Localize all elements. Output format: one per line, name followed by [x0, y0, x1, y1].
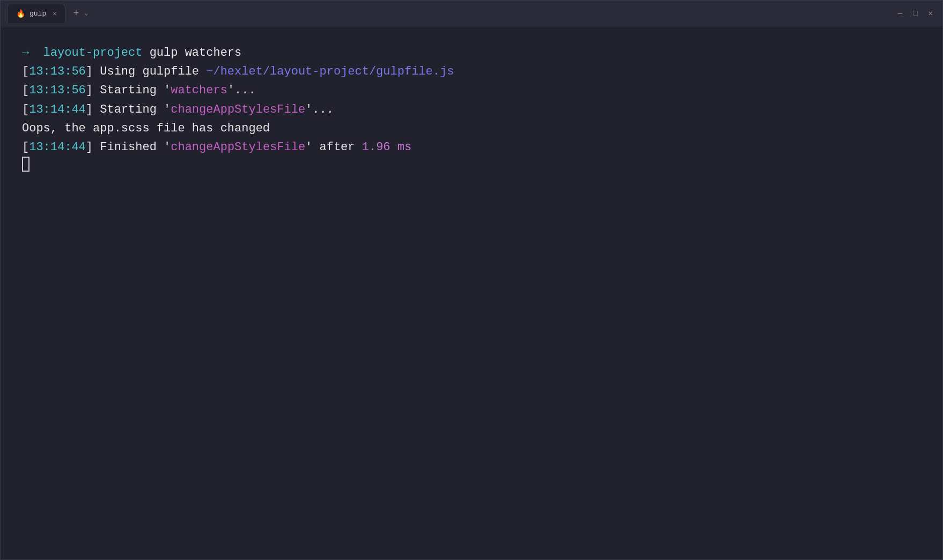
oops-text: Oops, the app.scss file has changed — [22, 119, 270, 138]
tab-dropdown-button[interactable]: ⌄ — [82, 9, 90, 17]
log-text-2: ] Starting ' — [86, 81, 171, 100]
bracket-open-2: [ — [22, 81, 29, 100]
timestamp-3: 13:14:44 — [29, 100, 86, 119]
timestamp-5: 13:14:44 — [29, 138, 86, 157]
task-name-change: changeAppStylesFile — [171, 100, 305, 119]
terminal-line-cmd: → layout-project gulp watchers — [22, 43, 921, 62]
terminal-line-2: [ 13:13:56 ] Starting ' watchers '... — [22, 81, 921, 100]
terminal-line-1: [ 13:13:56 ] Using gulpfile ~/hexlet/lay… — [22, 62, 921, 81]
gulp-command: gulp watchers — [150, 43, 242, 62]
log-text-3: ] Starting ' — [86, 100, 171, 119]
terminal-window: 🔥 gulp ✕ + ⌄ — □ ✕ → layout-project gulp… — [0, 0, 943, 560]
log-text-5b: ' after — [305, 138, 362, 157]
log-text-5: ] Finished ' — [86, 138, 171, 157]
terminal-line-cursor — [22, 157, 921, 172]
titlebar: 🔥 gulp ✕ + ⌄ — □ ✕ — [1, 1, 942, 26]
new-tab-button[interactable]: + — [70, 8, 82, 19]
bracket-open-1: [ — [22, 62, 29, 81]
terminal-line-4: Oops, the app.scss file has changed — [22, 119, 921, 138]
duration-value: 1.96 ms — [362, 138, 411, 157]
log-text-1: ] Using gulpfile — [86, 62, 206, 81]
gulp-tab-icon: 🔥 — [16, 9, 25, 18]
tab-close-button[interactable]: ✕ — [53, 10, 56, 18]
task-name-watchers: watchers — [171, 81, 227, 100]
project-name: layout-project — [29, 43, 149, 62]
task-name-finished: changeAppStylesFile — [171, 138, 305, 157]
prompt-arrow: → — [22, 43, 29, 62]
bracket-open-5: [ — [22, 138, 29, 157]
log-text-3b: '... — [305, 100, 334, 119]
timestamp-2: 13:13:56 — [29, 81, 86, 100]
timestamp-1: 13:13:56 — [29, 62, 86, 81]
gulp-tab[interactable]: 🔥 gulp ✕ — [7, 4, 65, 23]
bracket-open-3: [ — [22, 100, 29, 119]
terminal-body[interactable]: → layout-project gulp watchers [ 13:13:5… — [1, 26, 942, 559]
terminal-cursor — [22, 157, 30, 172]
window-controls: — □ ✕ — [895, 9, 936, 18]
log-text-2b: '... — [227, 81, 256, 100]
terminal-line-5: [ 13:14:44 ] Finished ' changeAppStylesF… — [22, 138, 921, 157]
tab-area: 🔥 gulp ✕ + ⌄ — [7, 4, 895, 23]
maximize-button[interactable]: □ — [910, 9, 920, 18]
terminal-line-3: [ 13:14:44 ] Starting ' changeAppStylesF… — [22, 100, 921, 119]
minimize-button[interactable]: — — [895, 9, 905, 18]
close-window-button[interactable]: ✕ — [925, 9, 936, 18]
gulpfile-path: ~/hexlet/layout-project/gulpfile.js — [206, 62, 454, 81]
gulp-tab-title: gulp — [30, 10, 46, 18]
